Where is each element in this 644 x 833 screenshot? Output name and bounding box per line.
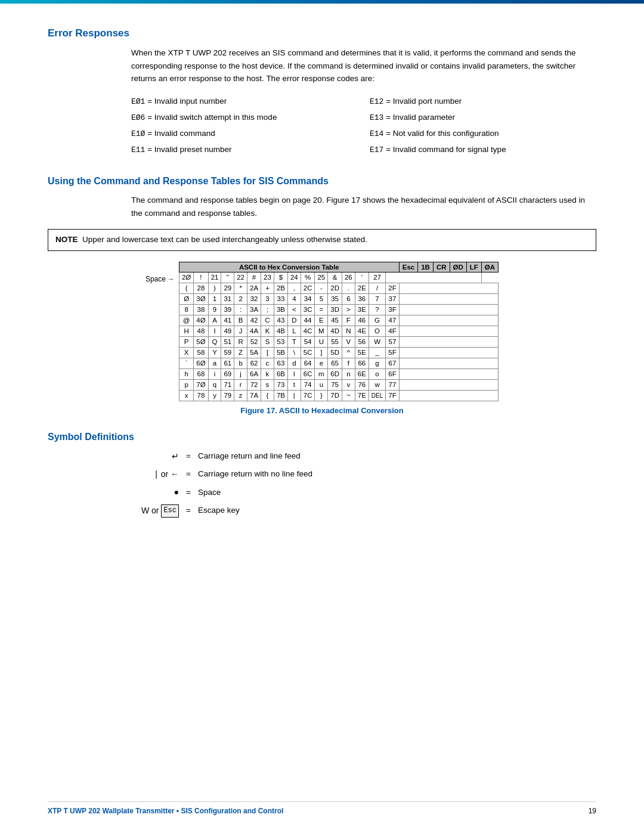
symbol-description: Carriage return and line feed <box>198 450 301 463</box>
space-symbol: ● <box>131 485 179 498</box>
esc-box: Esc <box>161 504 179 517</box>
error-code: EØ1 <box>131 97 145 106</box>
command-tables-body: The command and response tables begin on… <box>131 194 596 219</box>
error-code-item: E11 = Invalid preset number <box>131 143 358 157</box>
space-text: Space <box>145 275 166 283</box>
error-responses-body: When the XTP T UWP 202 receives an SIS c… <box>131 47 596 85</box>
note-box: NOTE Upper and lowercase text can be use… <box>48 229 596 250</box>
space-arrow-icon: → <box>168 275 174 283</box>
error-code-item: E1Ø = Invalid command <box>131 127 358 141</box>
error-code: E13 <box>370 113 383 122</box>
error-responses-section: Error Responses When the XTP T UWP 202 r… <box>48 27 596 157</box>
symbol-equals: = <box>186 467 191 481</box>
error-codes-grid: EØ1 = Invalid input number E12 = Invalid… <box>131 95 596 157</box>
error-code: EØ6 <box>131 113 145 122</box>
symbol-row: | or ← = Carriage return with no line fe… <box>131 467 596 481</box>
error-code: E12 <box>370 97 383 106</box>
symbol-equals: = <box>186 504 191 517</box>
table-row: `6Ø a61 b62 c63 d64 e65 f66 g67 <box>179 358 498 368</box>
error-code: E17 <box>370 145 383 154</box>
error-code-item: E17 = Invalid command for signal type <box>370 143 596 157</box>
0a-header: ØA <box>481 262 498 272</box>
table-row: P5Ø Q51 R52 S53 T54 U55 V56 W57 <box>179 336 498 347</box>
command-section: Using the Command and Response Tables fo… <box>48 176 596 414</box>
ascii-table-wrapper: Space → ASCII to Hex Conversion Table Es… <box>145 262 499 401</box>
symbol-row: W or Esc = Escape key <box>131 504 596 518</box>
symbol-table: ↵ = Carriage return and line feed | or ←… <box>131 450 596 518</box>
table-row: Ø3Ø 131 232 333 434 535 636 737 <box>179 293 498 304</box>
ascii-table-container: Space → ASCII to Hex Conversion Table Es… <box>145 262 499 401</box>
space-label: Space → <box>145 275 174 283</box>
table-row: X58 Y59 Z5A [5B \5C ]5D ^5E _5F <box>179 347 498 358</box>
footer-page: 19 <box>589 807 596 815</box>
1b-header: 1B <box>418 262 434 272</box>
error-code-item: EØ6 = Invalid switch attempt in this mod… <box>131 111 358 125</box>
error-code-item: E12 = Invalid port number <box>370 95 596 109</box>
symbol-row: ↵ = Carriage return and line feed <box>131 450 596 463</box>
symbol-definitions-section: Symbol Definitions ↵ = Carriage return a… <box>48 432 596 518</box>
page-footer: XTP T UWP 202 Wallplate Transmitter • SI… <box>48 801 596 815</box>
footer-text: XTP T UWP 202 Wallplate Transmitter • SI… <box>48 807 283 815</box>
cr-no-lf-symbol: | or ← <box>131 467 179 481</box>
cr-header: CR <box>433 262 450 272</box>
table-row: p7Ø q71 r72 s73 t74 u75 v76 w77 <box>179 379 498 390</box>
error-code: E14 <box>370 129 383 138</box>
symbol-description: Carriage return with no line feed <box>198 467 312 481</box>
od-header: ØD <box>450 262 466 272</box>
ascii-table: ASCII to Hex Conversion Table Esc 1B CR … <box>179 262 499 401</box>
symbol-equals: = <box>186 450 191 463</box>
table-row: (28 )29 *2A +2B ,2C -2D .2E /2F <box>179 283 498 293</box>
note-label: NOTE <box>55 235 78 244</box>
error-code-item: E13 = Invalid parameter <box>370 111 596 125</box>
pipe-icon: | <box>155 469 157 479</box>
error-code-item: EØ1 = Invalid input number <box>131 95 358 109</box>
symbol-description: Space <box>198 486 221 499</box>
lf-header: LF <box>466 262 481 272</box>
error-code: E1Ø <box>131 129 145 138</box>
table-row: x78 y79 z7A {7B |7C }7D ~7E DEL7F <box>179 390 498 401</box>
symbol-description: Escape key <box>198 504 240 517</box>
cr-lf-symbol: ↵ <box>131 450 179 463</box>
table-row: @4Ø A41 B42 C43 D44 E45 F46 G47 <box>179 315 498 326</box>
table-row: 838 939 :3A ;3B <3C =3D >3E ?3F <box>179 304 498 315</box>
table-row: 2Ø !21 "22 #23 $24 %25 &26 '27 <box>179 272 498 283</box>
symbol-row: ● = Space <box>131 485 596 498</box>
escape-symbol: W or Esc <box>131 504 179 518</box>
esc-header: Esc <box>399 262 417 272</box>
table-row: h68 i69 j6A k6B l6C m6D n6E o6F <box>179 368 498 379</box>
ascii-table-title: ASCII to Hex Conversion Table <box>179 262 399 272</box>
command-tables-heading: Using the Command and Response Tables fo… <box>48 176 596 187</box>
figure-caption: Figure 17. ASCII to Hexadecimal Conversi… <box>48 406 596 415</box>
page-content: Error Responses When the XTP T UWP 202 r… <box>0 4 644 570</box>
error-responses-heading: Error Responses <box>48 27 596 39</box>
symbol-equals: = <box>186 486 191 499</box>
table-row: H48 I49 J4A K4B L4C M4D N4E O4F <box>179 326 498 336</box>
error-code-item: E14 = Not valid for this configuration <box>370 127 596 141</box>
symbol-definitions-heading: Symbol Definitions <box>48 432 596 442</box>
note-text: Upper and lowercase text can be used int… <box>82 235 367 244</box>
error-code: E11 <box>131 145 145 154</box>
